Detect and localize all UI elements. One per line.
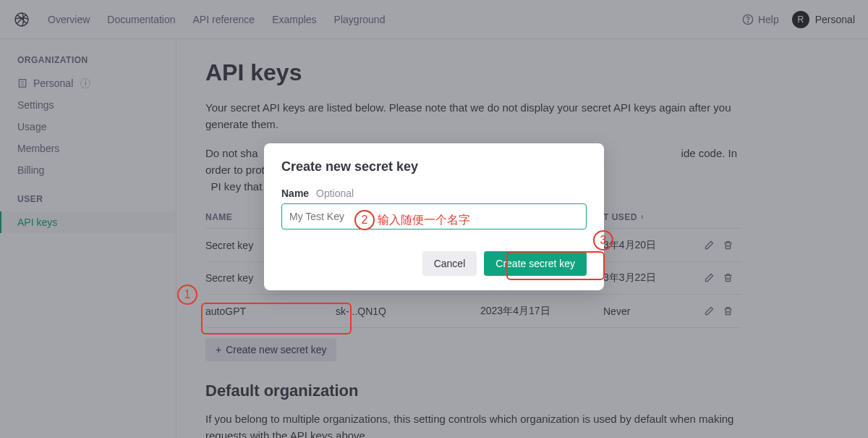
optional-label: Optional [316,188,354,199]
annotation-1-rect [201,303,352,334]
cancel-button[interactable]: Cancel [422,251,477,276]
key-name-input[interactable] [281,203,587,229]
modal-overlay[interactable]: Create new secret key Name Optional Canc… [0,0,868,438]
name-label: Name [281,188,309,199]
modal-title: Create new secret key [281,159,587,174]
annotation-3-rect [506,251,605,280]
